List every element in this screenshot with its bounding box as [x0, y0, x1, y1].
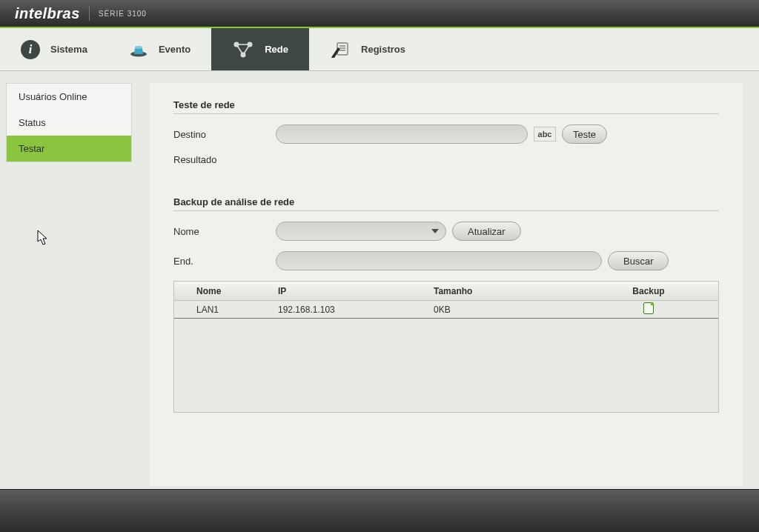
resultado-label: Resultado: [173, 154, 270, 165]
log-icon: [330, 41, 351, 58]
th-backup: Backup: [589, 286, 708, 296]
network-icon: [232, 40, 254, 59]
sidebar-item-testar[interactable]: Testar: [7, 136, 131, 162]
topbar: intelbras SÉRIE 3100: [0, 0, 759, 28]
table-row[interactable]: LAN1192.168.1.1030KB: [174, 301, 718, 319]
sidebar: Usuários Online Status Testar: [6, 83, 132, 162]
td-tamanho: 0KB: [434, 305, 589, 315]
nav-registros[interactable]: Registros: [309, 28, 426, 70]
teste-button[interactable]: Teste: [562, 124, 607, 144]
backup-file-icon[interactable]: [643, 302, 654, 314]
series-label: SÉRIE 3100: [99, 10, 147, 18]
nav-sistema[interactable]: i Sistema: [0, 28, 108, 70]
brand-logo: intelbras: [15, 5, 80, 22]
svg-point-6: [248, 41, 253, 47]
brand-divider: [89, 6, 90, 21]
section-title-backup: Backup de análise de rede: [173, 196, 719, 211]
nav-label: Sistema: [50, 44, 87, 55]
atualizar-button[interactable]: Atualizar: [452, 222, 521, 241]
svg-point-5: [234, 41, 239, 47]
abc-badge: abc: [534, 127, 556, 142]
interfaces-table: Nome IP Tamanho Backup LAN1192.168.1.103…: [173, 281, 719, 413]
destino-label: Destino: [173, 129, 270, 140]
svg-point-1: [135, 46, 142, 49]
svg-point-7: [241, 52, 246, 57]
nome-select[interactable]: [276, 222, 446, 241]
end-label: End.: [173, 256, 270, 267]
nav-evento[interactable]: Evento: [108, 28, 211, 70]
th-ip: IP: [278, 286, 434, 296]
table-header-row: Nome IP Tamanho Backup: [174, 282, 718, 301]
nav-label: Evento: [159, 44, 190, 55]
end-input[interactable]: [276, 251, 602, 270]
th-tamanho: Tamanho: [434, 286, 589, 296]
td-ip: 192.168.1.103: [278, 305, 434, 315]
info-icon: i: [21, 40, 40, 59]
sidebar-item-online-users[interactable]: Usuários Online: [7, 84, 131, 110]
td-nome: LAN1: [174, 305, 278, 315]
content-panel: Teste de rede Destino abc Teste Resultad…: [150, 83, 743, 486]
nav-label: Rede: [265, 44, 288, 55]
th-nome: Nome: [174, 286, 278, 296]
siren-icon: [129, 42, 148, 57]
nav-label: Registros: [361, 44, 405, 55]
buscar-button[interactable]: Buscar: [608, 251, 669, 270]
main-nav: i Sistema Evento Rede Registros: [0, 28, 759, 71]
nome-label: Nome: [173, 226, 270, 237]
section-title-teste: Teste de rede: [173, 99, 719, 114]
td-backup: [589, 302, 708, 316]
destino-input[interactable]: [276, 124, 528, 144]
sidebar-item-status[interactable]: Status: [7, 110, 131, 136]
footer-bar: [0, 489, 759, 532]
nav-rede[interactable]: Rede: [211, 28, 309, 70]
